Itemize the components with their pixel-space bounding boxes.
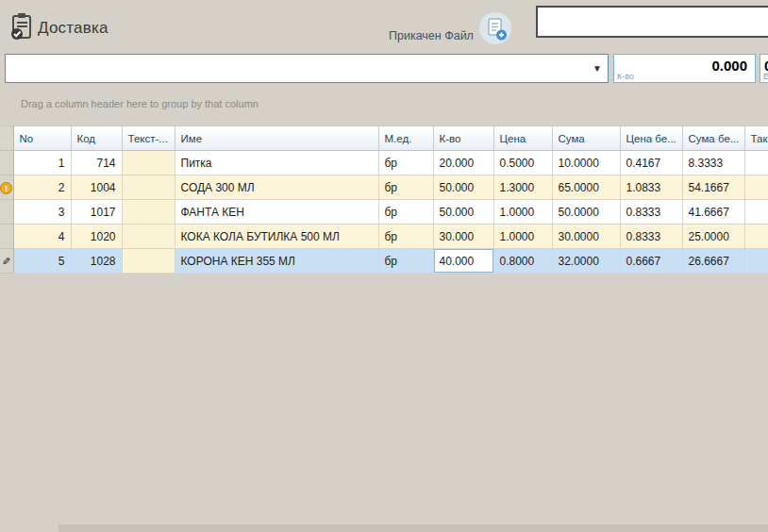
page-title-group: Доставка [8, 11, 109, 45]
column-header-sum[interactable]: Сума [552, 126, 620, 151]
cell-code[interactable]: 714 [71, 151, 122, 175]
table-row[interactable]: !21004СОДА 300 МЛбр50.0001.300065.00001.… [0, 175, 768, 200]
cell-name[interactable]: КОРОНА КЕН 355 МЛ [175, 249, 378, 274]
delivery-window: Доставка Прикачен Файл ▼ 0.000 К-во 0 Е [0, 0, 768, 532]
cell-unit[interactable]: бр [378, 224, 433, 249]
row-indicator-cell[interactable] [0, 200, 13, 224]
top-right-input[interactable] [536, 6, 768, 38]
table-row[interactable]: ✎51028КОРОНА КЕН 355 МЛбр40.0000.800032.… [0, 249, 768, 274]
horizontal-scrollbar[interactable] [58, 524, 768, 532]
cell-unit[interactable]: бр [378, 249, 433, 274]
table-row[interactable]: 41020КОКА КОЛА БУТИЛКА 500 МЛбр30.0001.0… [0, 224, 768, 249]
row-indicator-cell[interactable]: ✎ [0, 249, 13, 274]
chevron-down-icon[interactable]: ▼ [587, 55, 608, 82]
cell-no[interactable]: 3 [13, 200, 71, 224]
cell-price[interactable]: 0.8000 [493, 249, 552, 274]
cell-tax[interactable] [744, 224, 768, 249]
row-indicator-cell[interactable] [0, 224, 13, 249]
cell-sum[interactable]: 65.0000 [552, 175, 620, 200]
attach-file-icon [477, 35, 513, 49]
cell-tax[interactable] [744, 151, 768, 175]
quantity-field[interactable]: 0.000 К-во [613, 54, 756, 83]
cell-sum_net[interactable]: 8.3333 [682, 151, 744, 175]
cell-tax[interactable] [744, 175, 768, 200]
edge-numeric-field[interactable]: 0 Е [760, 54, 768, 83]
cell-code[interactable]: 1017 [71, 200, 122, 224]
column-header-sum_net[interactable]: Сума бе... [682, 126, 744, 151]
cell-qty[interactable]: 40.000 [433, 249, 493, 274]
cell-qty[interactable]: 50.000 [433, 200, 493, 224]
cell-sum[interactable]: 50.0000 [552, 200, 620, 224]
column-header-code[interactable]: Код [71, 126, 122, 151]
cell-unit[interactable]: бр [378, 200, 433, 224]
cell-text[interactable] [122, 151, 175, 175]
cell-name[interactable]: Питка [175, 151, 378, 175]
cell-price_net[interactable]: 0.8333 [620, 224, 682, 249]
grid-body: 1714Питкабр20.0000.500010.00000.41678.33… [0, 151, 768, 274]
cell-price[interactable]: 1.0000 [493, 200, 552, 224]
cell-sum_net[interactable]: 25.0000 [682, 224, 744, 249]
cell-code[interactable]: 1004 [71, 175, 122, 200]
cell-name[interactable]: СОДА 300 МЛ [175, 175, 378, 200]
attached-file-label: Прикачен Файл [389, 29, 474, 42]
grid-header: NoКодТекст-...ИмеМ.ед.К-воЦенаСумаЦена б… [0, 126, 768, 151]
cell-price_net[interactable]: 0.6667 [620, 249, 682, 274]
cell-price_net[interactable]: 1.0833 [620, 175, 682, 200]
quantity-label: К-во [617, 72, 634, 81]
cell-sum[interactable]: 10.0000 [552, 151, 620, 175]
cell-text[interactable] [122, 224, 175, 249]
cell-price_net[interactable]: 0.4167 [620, 151, 682, 175]
cell-qty[interactable]: 20.000 [433, 151, 493, 175]
cell-sum[interactable]: 30.0000 [552, 224, 620, 249]
cell-sum_net[interactable]: 26.6667 [682, 249, 744, 274]
attach-file-button[interactable] [477, 10, 513, 46]
row-indicator-cell[interactable] [0, 151, 13, 175]
cell-no[interactable]: 2 [13, 175, 71, 200]
cell-no[interactable]: 4 [13, 224, 71, 249]
cell-name[interactable]: ФАНТА КЕН [175, 200, 378, 224]
cell-unit[interactable]: бр [378, 175, 433, 200]
edit-pencil-icon: ✎ [2, 256, 10, 268]
item-combobox-input[interactable] [6, 55, 587, 82]
cell-unit[interactable]: бр [378, 151, 433, 175]
column-header-price[interactable]: Цена [493, 126, 552, 151]
cell-tax[interactable] [744, 200, 768, 224]
row-indicator-header [0, 126, 13, 151]
cell-code[interactable]: 1028 [71, 249, 122, 274]
clipboard-check-icon [8, 11, 36, 45]
cell-price_net[interactable]: 0.8333 [620, 200, 682, 224]
cell-price[interactable]: 0.5000 [493, 151, 552, 175]
cell-sum[interactable]: 32.0000 [552, 249, 620, 274]
cell-sum_net[interactable]: 54.1667 [682, 175, 744, 200]
column-header-name[interactable]: Име [175, 126, 378, 151]
column-header-text[interactable]: Текст-... [122, 126, 175, 151]
table-row[interactable]: 31017ФАНТА КЕНбр50.0001.000050.00000.833… [0, 200, 768, 224]
cell-text[interactable] [122, 249, 175, 274]
column-header-tax[interactable]: Так... [744, 126, 768, 151]
cell-sum_net[interactable]: 41.6667 [682, 200, 744, 224]
cell-code[interactable]: 1020 [71, 224, 122, 249]
column-header-unit[interactable]: М.ед. [378, 126, 433, 151]
group-by-panel[interactable]: Drag a column header here to group by th… [21, 98, 259, 109]
cell-name[interactable]: КОКА КОЛА БУТИЛКА 500 МЛ [175, 224, 378, 249]
cell-text[interactable] [122, 200, 175, 224]
cell-price[interactable]: 1.0000 [493, 224, 552, 249]
cell-qty[interactable]: 50.000 [433, 175, 493, 200]
cell-tax[interactable] [744, 249, 768, 274]
column-header-qty[interactable]: К-во [433, 126, 493, 151]
grid-header-row: NoКодТекст-...ИмеМ.ед.К-воЦенаСумаЦена б… [0, 126, 768, 151]
warning-icon: ! [0, 182, 12, 194]
edge-field-label: Е [763, 72, 768, 81]
items-grid: NoКодТекст-...ИмеМ.ед.К-воЦенаСумаЦена б… [0, 125, 768, 274]
cell-text[interactable] [122, 175, 175, 200]
page-title: Доставка [38, 19, 109, 38]
cell-qty[interactable]: 30.000 [433, 224, 493, 249]
cell-no[interactable]: 5 [13, 249, 71, 274]
column-header-no[interactable]: No [13, 126, 71, 151]
cell-no[interactable]: 1 [13, 151, 71, 175]
item-combobox[interactable]: ▼ [5, 54, 609, 83]
table-row[interactable]: 1714Питкабр20.0000.500010.00000.41678.33… [0, 151, 768, 175]
column-header-price_net[interactable]: Цена бе... [620, 126, 682, 151]
cell-price[interactable]: 1.3000 [493, 175, 552, 200]
row-indicator-cell[interactable]: ! [0, 175, 13, 200]
